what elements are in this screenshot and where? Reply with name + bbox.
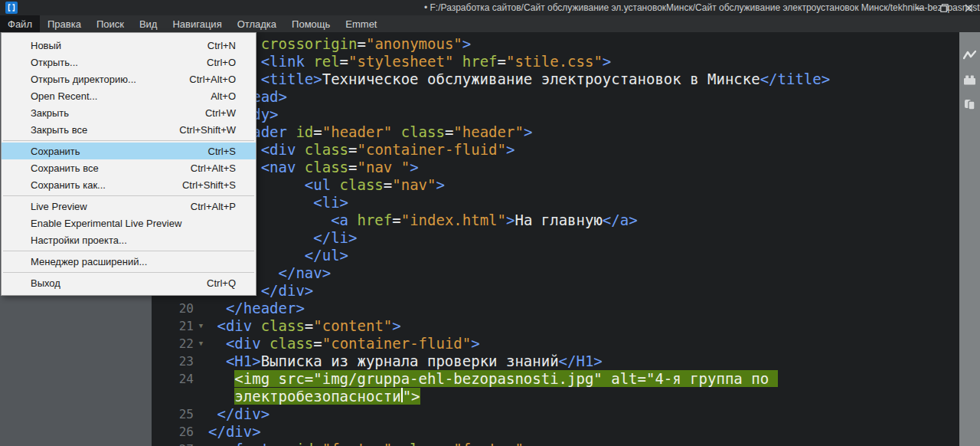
menu-item-открыть-директорию-[interactable]: Открыть директорию...Ctrl+Alt+O <box>2 71 256 87</box>
editor-line-6[interactable]: 6 <link rel="stylesheet" href="stile.css… <box>152 53 959 71</box>
menu-item-label: Закрыть <box>31 107 69 119</box>
code-text: <footer id="footer" class="footer"> <box>208 441 532 446</box>
menu-bar: ФайлПравкаПоискВидНавигацияОтладкаПомощь… <box>0 15 980 32</box>
menu-item-shortcut: Ctrl+Alt+P <box>191 201 236 212</box>
editor-line-14[interactable]: 14 <li> <box>152 194 959 212</box>
menu-item-shortcut: Ctrl+Shift+S <box>182 179 236 191</box>
pages-icon[interactable] <box>963 98 977 110</box>
menu-item-настройки-проекта-[interactable]: Настройки проекта... <box>2 231 256 248</box>
close-icon[interactable] <box>960 1 977 15</box>
menu-item-shortcut: Ctrl+Shift+W <box>179 124 236 136</box>
selection-highlight: электробезопасности"> <box>234 388 420 405</box>
editor-line-20[interactable]: 20 </header> <box>152 300 959 317</box>
menu-item-открыть-[interactable]: Открыть...Ctrl+O <box>2 54 256 71</box>
minimize-icon[interactable] <box>911 1 928 15</box>
menu-item-live-preview[interactable]: Live PreviewCtrl+Alt+P <box>2 198 256 215</box>
line-number: 22 <box>152 335 194 353</box>
editor-line-21[interactable]: 21▼ <div class="content"> <box>152 317 959 335</box>
menubar-item-emmet[interactable]: Emmet <box>338 15 384 32</box>
editor-line-26[interactable]: 26</div> <box>152 423 959 441</box>
code-text: <div class="container-fluid"> <box>208 335 480 353</box>
menu-separator <box>3 195 254 196</box>
menu-item-закрыть[interactable]: ЗакрытьCtrl+W <box>2 104 256 121</box>
fold-gutter <box>194 353 208 370</box>
editor-line-9[interactable]: 9 <body> <box>152 106 959 123</box>
menu-item-label: Открыть... <box>31 57 78 68</box>
fold-gutter <box>194 423 208 441</box>
title-bar: • F:/Разработка сайтов/Сайт обслуживание… <box>0 0 980 15</box>
menu-item-новый[interactable]: НовыйCtrl+N <box>2 37 256 54</box>
line-number: 23 <box>152 353 194 370</box>
menu-item-shortcut: Ctrl+Q <box>207 277 236 289</box>
menu-separator <box>3 140 254 141</box>
selection-highlight: <img src="img/gruppa-ehl-bezopasnosti.jp… <box>234 370 777 387</box>
menu-item-label: Enable Experimental Live Preview <box>31 218 181 229</box>
menu-separator <box>3 272 254 273</box>
menubar-item-отладка[interactable]: Отладка <box>230 15 284 32</box>
menu-item-shortcut: Ctrl+N <box>207 40 236 51</box>
fold-gutter <box>194 370 208 388</box>
fold-gutter <box>194 405 208 423</box>
editor-line-23[interactable]: 23 <H1>Выписка из журнала проверки знани… <box>152 353 959 370</box>
code-editor[interactable]: 5 crossorigin="anonymous">6 <link rel="s… <box>152 32 959 446</box>
editor-line-12[interactable]: 12 <nav class="nav "> <box>152 159 959 176</box>
menu-item-закрыть-все[interactable]: Закрыть всеCtrl+Shift+W <box>2 121 256 138</box>
menu-item-выход[interactable]: ВыходCtrl+Q <box>2 274 256 291</box>
fold-gutter <box>194 300 208 317</box>
line-number: 20 <box>152 300 194 317</box>
editor-line-19[interactable]: 19 </div> <box>152 282 959 300</box>
live-preview-icon[interactable] <box>963 49 977 61</box>
menubar-item-правка[interactable]: Правка <box>40 15 89 32</box>
menu-item-shortcut: Alt+O <box>211 90 236 102</box>
editor-line-wrap[interactable]: электробезопасности"> <box>152 388 959 405</box>
menubar-item-навигация[interactable]: Навигация <box>165 15 229 32</box>
editor-line-10[interactable]: 10 <header id="header" class="header"> <box>152 123 959 141</box>
brackets-window: { "window": { "title": "• F:/Разработка … <box>0 0 980 446</box>
editor-line-18[interactable]: 18 </nav> <box>152 264 959 282</box>
menubar-item-помощь[interactable]: Помощь <box>284 15 338 32</box>
editor-line-22[interactable]: 22▼ <div class="container-fluid"> <box>152 335 959 353</box>
menu-item-менеджер-расширений-[interactable]: Менеджер расширений... <box>2 253 256 270</box>
line-number: 25 <box>152 405 194 423</box>
line-number: 21 <box>152 317 194 335</box>
menu-item-сохранить-как-[interactable]: Сохранить как...Ctrl+Shift+S <box>2 176 256 193</box>
editor-line-8[interactable]: 8 </head> <box>152 88 959 106</box>
editor-line-25[interactable]: 25 </div> <box>152 405 959 423</box>
menu-item-label: Сохранить <box>31 146 80 157</box>
menu-item-label: Закрыть все <box>31 124 87 136</box>
menubar-item-файл[interactable]: Файл <box>0 15 40 32</box>
fold-gutter <box>194 388 208 405</box>
menu-item-shortcut: Ctrl+O <box>207 57 236 68</box>
line-number: 27 <box>152 441 194 446</box>
menu-item-shortcut: Ctrl+Alt+S <box>191 162 236 174</box>
editor-line-13[interactable]: 13 <ul class="nav"> <box>152 176 959 194</box>
menubar-item-вид[interactable]: Вид <box>132 15 165 32</box>
right-toolbar <box>959 32 980 446</box>
brackets-logo-icon[interactable] <box>5 2 18 14</box>
editor-line-15[interactable]: 15 <a href="index.html">На главную</a> <box>152 212 959 229</box>
fold-arrow-icon[interactable]: ▼ <box>194 335 208 353</box>
editor-line-7[interactable]: 7 <title>Техническое обслуживание электр… <box>152 71 959 88</box>
code-text: <title>Техническое обслуживание электроу… <box>208 71 830 88</box>
code-text: <div class="content"> <box>208 317 401 335</box>
editor-line-24[interactable]: 24 <img src="img/gruppa-ehl-bezopasnosti… <box>152 370 959 388</box>
menu-item-label: Live Preview <box>31 201 87 212</box>
menu-item-label: Выход <box>31 277 60 289</box>
editor-line-16[interactable]: 16 </li> <box>152 229 959 247</box>
menu-item-сохранить-все[interactable]: Сохранить всеCtrl+Alt+S <box>2 159 256 176</box>
menu-item-label: Открыть директорию... <box>31 74 136 85</box>
fold-arrow-icon[interactable]: ▼ <box>194 317 208 335</box>
extension-manager-icon[interactable] <box>963 74 977 86</box>
line-number <box>152 388 194 405</box>
editor-line-27[interactable]: 27 <footer id="footer" class="footer"> <box>152 441 959 446</box>
editor-line-11[interactable]: 11 <div class="container-fluid"> <box>152 141 959 159</box>
line-number: 24 <box>152 370 194 388</box>
menu-item-open-recent-[interactable]: Open Recent...Alt+O <box>2 87 256 104</box>
editor-line-5[interactable]: 5 crossorigin="anonymous"> <box>152 35 959 53</box>
menubar-item-поиск[interactable]: Поиск <box>89 15 132 32</box>
restore-icon[interactable] <box>936 1 952 15</box>
menu-item-сохранить[interactable]: СохранитьCtrl+S <box>2 143 256 159</box>
editor-line-17[interactable]: 17 </ul> <box>152 247 959 264</box>
menu-item-label: Менеджер расширений... <box>31 256 147 267</box>
menu-item-enable-experimental-live-preview[interactable]: Enable Experimental Live Preview <box>2 215 256 231</box>
